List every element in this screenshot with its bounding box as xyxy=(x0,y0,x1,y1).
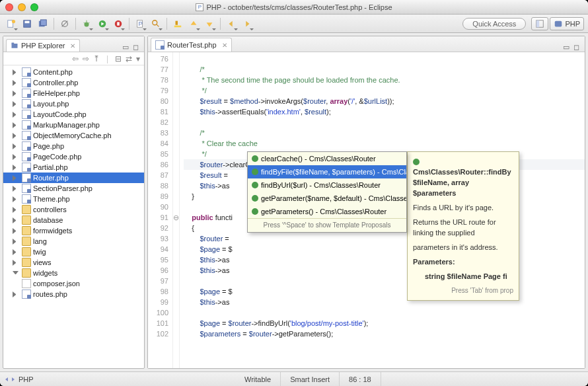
method-icon xyxy=(252,182,258,188)
tree-item[interactable]: controllers xyxy=(3,204,144,215)
tree-item[interactable]: Controller.php xyxy=(3,77,144,88)
tree-item-label: Theme.php xyxy=(33,195,70,203)
run-button[interactable] xyxy=(95,17,110,31)
twisty-icon[interactable] xyxy=(13,249,18,255)
twisty-icon[interactable] xyxy=(13,91,18,96)
tree-item[interactable]: lang xyxy=(3,236,144,247)
tree-item[interactable]: Layout.php xyxy=(3,98,144,109)
twisty-icon[interactable] xyxy=(13,217,18,223)
breadcrumb-icon[interactable] xyxy=(5,377,15,381)
twisty-icon[interactable] xyxy=(13,133,18,139)
svg-line-11 xyxy=(89,22,90,23)
twisty-icon[interactable] xyxy=(13,143,18,149)
twisty-icon[interactable] xyxy=(13,207,18,213)
twisty-icon[interactable] xyxy=(13,271,18,277)
minimize-view-icon[interactable]: ▭ xyxy=(122,43,129,52)
twisty-icon[interactable] xyxy=(13,239,18,245)
new-php-button[interactable]: P xyxy=(133,17,147,31)
tree-item[interactable]: SectionParser.php xyxy=(3,183,144,194)
skip-breakpoints-button[interactable] xyxy=(57,17,72,31)
tree-item[interactable]: twig xyxy=(3,247,144,257)
twisty-icon[interactable] xyxy=(13,154,18,160)
save-button[interactable] xyxy=(20,17,34,31)
tree-item[interactable]: views xyxy=(3,257,144,268)
up-icon[interactable]: ⤒ xyxy=(93,54,100,63)
autocomplete-popup[interactable]: clearCache() - Cms\Classes\RouterfindByF… xyxy=(247,151,407,233)
tree-item[interactable]: Content.php xyxy=(3,67,144,77)
tree-item[interactable]: formwidgets xyxy=(3,225,144,236)
tree-item[interactable]: LayoutCode.php xyxy=(3,109,144,120)
annotation-prev-button[interactable] xyxy=(186,17,201,31)
new-button[interactable] xyxy=(4,17,18,31)
tree-item[interactable]: MarkupManager.php xyxy=(3,120,144,130)
close-icon[interactable]: ✕ xyxy=(222,42,227,49)
forward-button[interactable] xyxy=(240,17,254,31)
annotation-next-button[interactable] xyxy=(202,17,217,31)
tree-item-label: Partial.php xyxy=(33,163,68,171)
tree-item[interactable]: Router.php xyxy=(3,173,144,183)
php-perspective-button[interactable]: PHP xyxy=(550,17,584,30)
forward-icon[interactable]: ⇨ xyxy=(83,54,89,63)
tree-item[interactable]: ObjectMemoryCache.ph xyxy=(3,130,144,141)
tree-item[interactable]: widgets xyxy=(3,268,144,278)
open-perspective-button[interactable] xyxy=(531,17,548,30)
tree-item[interactable]: composer.json xyxy=(3,278,144,289)
tree-item-label: routes.php xyxy=(33,290,67,298)
explorer-tab[interactable]: PHP Explorer ✕ xyxy=(6,39,80,52)
twisty-icon[interactable] xyxy=(13,228,18,234)
editor-tab[interactable]: RouterTest.php ✕ xyxy=(151,38,232,52)
minimize-editor-icon[interactable]: ▭ xyxy=(563,43,570,52)
twisty-icon[interactable] xyxy=(13,196,18,202)
twisty-icon[interactable] xyxy=(13,260,18,266)
twisty-icon[interactable] xyxy=(13,165,18,171)
close-icon[interactable]: ✕ xyxy=(70,42,75,50)
code-editor[interactable]: 7677787980818283848586878889909192939495… xyxy=(148,52,585,368)
explorer-tree[interactable]: Content.phpController.phpFileHelper.phpL… xyxy=(3,65,144,368)
twisty-icon[interactable] xyxy=(13,101,18,107)
autocomplete-item[interactable]: findByFile($fileName, $parameters) - Cms… xyxy=(248,165,406,178)
autocomplete-item[interactable]: findByUrl($url) - Cms\Classes\Router xyxy=(248,178,406,192)
external-tools-button[interactable] xyxy=(111,17,126,31)
tree-item[interactable]: Theme.php xyxy=(3,194,144,204)
search-button[interactable] xyxy=(149,17,163,31)
tree-item[interactable]: PageCode.php xyxy=(3,151,144,162)
link-editor-icon[interactable]: ⇄ xyxy=(126,54,132,63)
tree-item[interactable]: Page.php xyxy=(3,141,144,151)
twisty-icon[interactable] xyxy=(13,291,18,297)
autocomplete-item[interactable]: getParameter($name, $default) - Cms\Clas… xyxy=(248,192,406,205)
tree-item[interactable]: Partial.php xyxy=(3,162,144,173)
twisty-icon[interactable] xyxy=(13,186,18,192)
twisty-icon[interactable] xyxy=(13,175,18,181)
maximize-view-icon[interactable]: ◻ xyxy=(133,43,139,52)
method-icon xyxy=(252,208,258,215)
php-explorer-icon xyxy=(11,42,18,50)
twisty-icon[interactable] xyxy=(13,122,18,128)
toggle-mark-button[interactable] xyxy=(170,17,185,31)
save-all-button[interactable] xyxy=(36,17,50,31)
debug-button[interactable] xyxy=(79,17,94,31)
fold-column[interactable]: ⊖ xyxy=(173,52,180,368)
tree-item-label: SectionParser.php xyxy=(33,184,92,192)
autocomplete-label: clearCache() - Cms\Classes\Router xyxy=(261,153,376,164)
twisty-icon[interactable] xyxy=(13,69,18,75)
twisty-icon[interactable] xyxy=(13,112,18,118)
autocomplete-item[interactable]: getParameters() - Cms\Classes\Router xyxy=(248,205,406,218)
maximize-editor-icon[interactable]: ◻ xyxy=(573,43,579,52)
quick-access[interactable]: Quick Access xyxy=(462,18,526,30)
folder-icon xyxy=(22,215,31,225)
collapse-all-icon[interactable]: ⊟ xyxy=(115,54,122,63)
tree-item-label: FileHelper.php xyxy=(33,89,80,97)
status-writable: Writable xyxy=(235,372,281,386)
php-icon xyxy=(22,110,31,119)
twisty-icon[interactable] xyxy=(13,80,18,86)
view-menu-icon[interactable]: ▾ xyxy=(136,54,140,63)
svg-rect-30 xyxy=(12,43,15,44)
tree-item[interactable]: routes.php xyxy=(3,289,144,299)
tree-item[interactable]: FileHelper.php xyxy=(3,88,144,98)
doc-summary: Finds a URL by it's page. xyxy=(413,202,513,213)
back-icon[interactable]: ⇦ xyxy=(72,54,79,63)
back-button[interactable] xyxy=(224,17,239,31)
window-title-text: PHP - october/tests/cms/classes/RouterTe… xyxy=(206,3,392,11)
tree-item[interactable]: database xyxy=(3,215,144,225)
autocomplete-item[interactable]: clearCache() - Cms\Classes\Router xyxy=(248,152,406,165)
